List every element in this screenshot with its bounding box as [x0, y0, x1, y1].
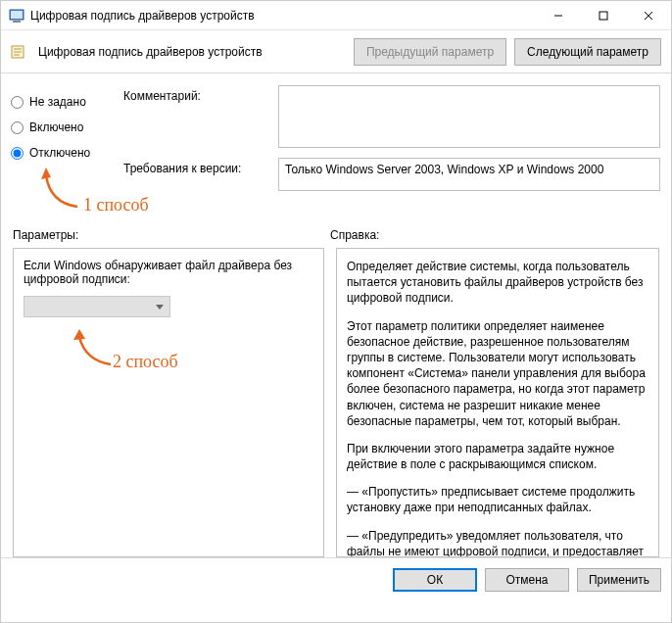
help-paragraph: Определяет действие системы, когда польз…: [347, 259, 648, 307]
radio-disabled-label: Отключено: [29, 146, 90, 160]
dialog-footer: ОК Отмена Применить: [1, 557, 671, 600]
radio-not-configured-input[interactable]: [11, 96, 24, 109]
apply-button[interactable]: Применить: [577, 568, 661, 592]
annotation-2: 2 способ: [113, 352, 178, 372]
cancel-button[interactable]: Отмена: [485, 568, 569, 592]
param-dropdown-label: Если Windows обнаруживает файл драйвера …: [24, 259, 313, 286]
prev-setting-button[interactable]: Предыдущий параметр: [354, 38, 506, 66]
help-paragraph: — «Предупредить» уведомляет пользователя…: [347, 528, 648, 557]
svg-rect-3: [600, 12, 607, 20]
close-button[interactable]: [626, 1, 671, 29]
radio-enabled-input[interactable]: [11, 121, 24, 134]
annotation-arrow-icon: [36, 168, 85, 211]
parameters-section-label: Параметры:: [13, 228, 330, 242]
comment-input[interactable]: [278, 85, 660, 148]
minimize-button[interactable]: [536, 1, 581, 29]
policy-icon: [11, 44, 26, 60]
radio-disabled[interactable]: Отключено: [11, 140, 123, 166]
parameters-panel: Если Windows обнаруживает файл драйвера …: [13, 248, 324, 557]
help-panel: Определяет действие системы, когда польз…: [336, 248, 659, 557]
help-paragraph: — «Пропустить» предписывает системе прод…: [347, 484, 648, 515]
maximize-button[interactable]: [581, 1, 626, 29]
help-paragraph: Этот параметр политики определяет наимен…: [347, 318, 648, 429]
svg-rect-1: [11, 11, 23, 19]
radio-disabled-input[interactable]: [11, 147, 24, 160]
window-title: Цифровая подпись драйверов устройств: [30, 9, 536, 23]
signing-action-dropdown[interactable]: [24, 296, 170, 317]
toolbar: Цифровая подпись драйверов устройств Пре…: [1, 30, 671, 73]
help-section-label: Справка:: [330, 228, 379, 242]
radio-enabled[interactable]: Включено: [11, 115, 123, 140]
radio-not-configured-label: Не задано: [29, 95, 86, 109]
chevron-down-icon: [156, 305, 164, 310]
ok-button[interactable]: ОК: [393, 568, 477, 592]
help-paragraph: При включении этого параметра задайте ну…: [347, 441, 648, 472]
radio-enabled-label: Включено: [29, 120, 83, 134]
requirements-text: Только Windows Server 2003, Windows XP и…: [278, 158, 660, 191]
annotation-1: 1 способ: [83, 195, 149, 216]
app-icon: [9, 8, 24, 24]
comment-label: Комментарий:: [123, 85, 270, 103]
requirements-label: Требования к версии:: [123, 158, 270, 175]
titlebar: Цифровая подпись драйверов устройств: [1, 1, 671, 30]
svg-rect-2: [13, 21, 21, 23]
toolbar-title: Цифровая подпись драйверов устройств: [38, 45, 346, 59]
annotation-arrow-icon: [72, 329, 117, 368]
radio-not-configured[interactable]: Не задано: [11, 89, 123, 115]
next-setting-button[interactable]: Следующий параметр: [514, 38, 661, 66]
